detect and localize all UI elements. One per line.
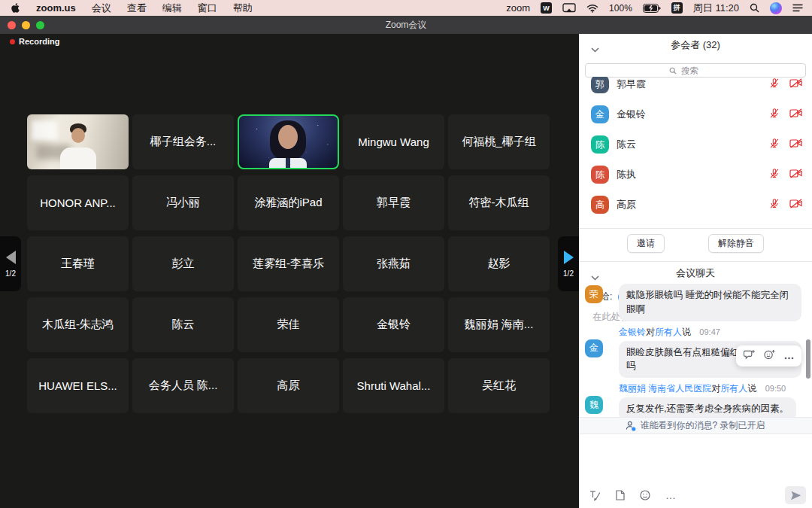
video-tile[interactable]: HONOR ANP... xyxy=(27,175,129,230)
audience-name[interactable]: 所有人 xyxy=(720,383,747,394)
video-tile-active-speaker[interactable] xyxy=(238,114,339,169)
video-tile[interactable]: 金银铃 xyxy=(343,297,444,352)
participant-name: 郭早霞 xyxy=(617,78,646,91)
video-tile[interactable]: 吴红花 xyxy=(448,358,550,413)
wifi-icon[interactable] xyxy=(586,4,598,13)
next-page-button[interactable]: 1/2 xyxy=(558,236,579,291)
video-tile[interactable]: 符密-木瓜组 xyxy=(448,175,550,230)
video-off-icon xyxy=(789,108,802,121)
message-time: 09:47 xyxy=(699,327,720,336)
spotlight-search-icon[interactable] xyxy=(750,3,759,13)
apple-logo-icon[interactable] xyxy=(11,2,20,14)
sender-name[interactable]: 魏丽娟 海南省人民医院 xyxy=(619,383,711,394)
siri-icon[interactable] xyxy=(770,2,782,14)
video-tile[interactable]: 涂雅涵的iPad xyxy=(238,175,339,230)
unmute-button[interactable]: 解除静音 xyxy=(708,234,764,253)
format-text-icon[interactable] xyxy=(589,490,601,501)
avatar: 金 xyxy=(585,339,603,357)
video-tile[interactable]: Shruti Wahal... xyxy=(343,358,444,413)
participant-row[interactable]: 金 金银铃 xyxy=(579,99,812,129)
w-app-icon[interactable]: W xyxy=(541,2,552,14)
video-tile[interactable]: 莲雾组-李喜乐 xyxy=(238,236,339,291)
participant-name: 木瓜组-朱志鸿 xyxy=(39,318,117,332)
more-compose-options-icon[interactable]: … xyxy=(665,491,677,499)
close-window-button[interactable] xyxy=(8,21,16,29)
menu-edit[interactable]: 编辑 xyxy=(162,2,182,15)
participant-name: 高原 xyxy=(274,379,303,393)
audience-name[interactable]: 所有人 xyxy=(655,327,682,337)
recording-label: Recording xyxy=(19,37,59,46)
invite-button[interactable]: 邀请 xyxy=(627,234,665,253)
chat-message: 荣 戴隐形眼镜吗 睡觉的时候能不能完全闭眼啊 xyxy=(579,284,812,321)
screen-mirroring-icon[interactable] xyxy=(562,3,576,13)
message-header: 魏丽娟 海南省人民医院对所有人说 09:50 xyxy=(619,382,801,395)
participants-title: 参会者 (32) xyxy=(579,34,812,56)
video-tile[interactable]: 王春瑾 xyxy=(27,236,129,291)
participants-header: 参会者 (32) xyxy=(579,34,812,55)
video-tile[interactable]: 彭立 xyxy=(132,236,234,291)
video-tile[interactable]: Mingwu Wang xyxy=(343,114,444,169)
video-tile[interactable]: 会务人员 陈... xyxy=(132,358,234,413)
participants-search[interactable] xyxy=(585,63,806,78)
zoom-window-button[interactable] xyxy=(36,21,44,29)
chat-messages[interactable]: 荣 戴隐形眼镜吗 睡觉的时候能不能完全闭眼啊 金银铃对所有人说 09:47 金 … xyxy=(579,282,812,417)
avatar: 陈 xyxy=(591,135,609,154)
video-tile[interactable]: 木瓜组-朱志鸿 xyxy=(27,297,129,352)
chevron-down-icon[interactable] xyxy=(591,42,599,56)
menu-window[interactable]: 窗口 xyxy=(198,2,217,15)
participant-name: 陈执 xyxy=(617,168,636,181)
message-header: 金银铃对所有人说 09:47 xyxy=(619,326,801,339)
file-attach-icon[interactable] xyxy=(616,490,625,500)
participant-name: HONOR ANP... xyxy=(37,196,119,209)
search-input[interactable] xyxy=(680,65,722,76)
chat-scrollbar[interactable] xyxy=(806,339,810,379)
participant-row[interactable]: 陈 陈执 xyxy=(579,160,812,190)
emoji-reaction-icon[interactable] xyxy=(764,349,775,363)
video-tile[interactable]: 赵影 xyxy=(448,236,550,291)
minimize-window-button[interactable] xyxy=(22,21,30,29)
participant-name: 涂雅涵的iPad xyxy=(251,196,325,210)
participant-name: 高原 xyxy=(617,198,636,211)
video-tile[interactable]: 陈云 xyxy=(132,297,234,352)
participant-row[interactable]: 高 高原 xyxy=(579,190,812,220)
video-tile[interactable]: 何福桃_椰子组 xyxy=(448,114,550,169)
video-tile[interactable]: 冯小丽 xyxy=(132,175,234,230)
video-tile[interactable]: HUAWEI ELS... xyxy=(27,358,129,413)
participants-list[interactable]: 郭 郭早霞 金 金银铃 陈 陈云 xyxy=(579,77,812,228)
zoom-status-label[interactable]: zoom xyxy=(506,2,530,14)
control-center-icon[interactable] xyxy=(792,4,803,12)
video-off-icon xyxy=(789,78,802,91)
quote-reply-icon[interactable] xyxy=(744,349,755,363)
macos-menu-bar: zoom.us 会议 查看 编辑 窗口 帮助 zoom W 100% 拼 周日 … xyxy=(0,0,812,16)
video-tile[interactable]: 张燕茹 xyxy=(343,236,444,291)
sender-name[interactable]: 金银铃 xyxy=(619,327,646,337)
menu-view[interactable]: 查看 xyxy=(127,2,147,15)
participant-row[interactable]: 郭 郭早霞 xyxy=(579,77,812,99)
mic-muted-icon xyxy=(769,198,780,212)
menu-meeting[interactable]: 会议 xyxy=(92,2,111,15)
battery-percent: 100% xyxy=(609,3,632,14)
video-tile[interactable]: 魏丽娟 海南... xyxy=(448,297,550,352)
message-bubble: 反复发作,还需要考虑全身疾病的因素。 xyxy=(619,397,796,417)
previous-page-button[interactable]: 1/2 xyxy=(0,236,21,291)
person-icon xyxy=(626,421,636,431)
video-tile[interactable] xyxy=(27,114,129,169)
participant-name: 魏丽娟 海南... xyxy=(462,318,537,332)
video-tile[interactable]: 高原 xyxy=(238,358,339,413)
menu-help[interactable]: 帮助 xyxy=(233,2,253,15)
emoji-icon[interactable] xyxy=(640,490,650,500)
participant-row[interactable]: 陈 陈云 xyxy=(579,129,812,160)
video-tile[interactable]: 荣佳 xyxy=(238,297,339,352)
video-tile[interactable]: 郭早霞 xyxy=(343,175,444,230)
send-message-button[interactable] xyxy=(785,486,806,504)
message-bubble: 戴隐形眼镜吗 睡觉的时候能不能完全闭眼啊 xyxy=(619,284,801,321)
video-tile[interactable]: 椰子组会务... xyxy=(132,114,234,169)
message-time: 09:50 xyxy=(765,384,786,393)
more-options-icon[interactable] xyxy=(784,349,794,363)
video-stage: Recording 椰子组会务... Mingwu Wang 何福桃_椰子组 xyxy=(0,34,579,508)
input-method-icon[interactable]: 拼 xyxy=(671,2,683,14)
menu-app-name[interactable]: zoom.us xyxy=(36,2,76,14)
avatar: 陈 xyxy=(591,166,609,184)
avatar: 金 xyxy=(591,105,609,123)
menu-clock[interactable]: 周日 11:20 xyxy=(693,2,739,15)
